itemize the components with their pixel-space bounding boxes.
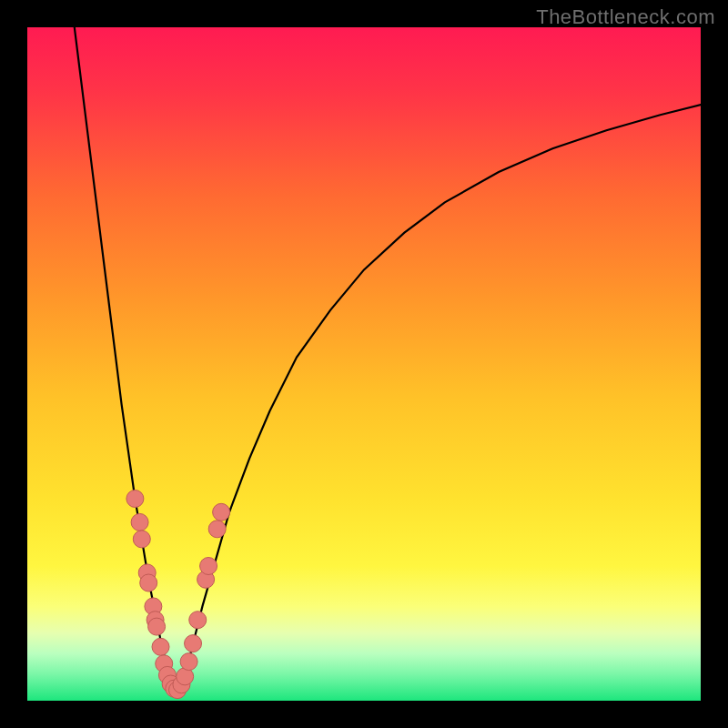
data-marker	[200, 558, 217, 575]
data-marker	[126, 490, 144, 508]
data-marker	[152, 638, 169, 655]
data-marker	[180, 653, 197, 671]
data-marker	[213, 503, 230, 521]
data-marker	[133, 531, 150, 548]
data-marker	[148, 618, 166, 635]
data-marker	[185, 635, 202, 652]
data-marker	[131, 513, 148, 531]
curve-layer	[27, 27, 701, 701]
curve-right-branch	[176, 105, 701, 691]
data-marker	[189, 612, 207, 629]
plot-area	[27, 27, 701, 701]
curve-left-branch	[75, 27, 176, 691]
chart-frame: TheBottleneck.com	[0, 0, 728, 728]
data-marker	[140, 574, 157, 592]
watermark-text: TheBottleneck.com	[536, 5, 715, 29]
marker-group	[126, 490, 230, 699]
data-marker	[208, 521, 226, 538]
